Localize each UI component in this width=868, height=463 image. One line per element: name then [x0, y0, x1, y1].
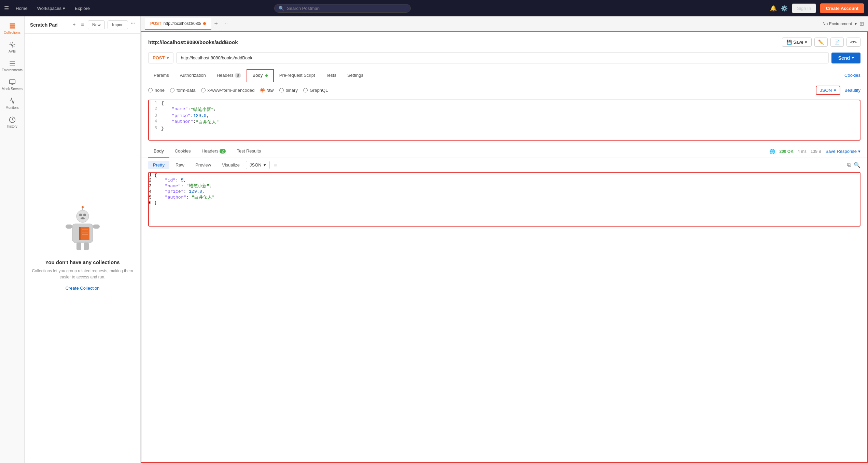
tab-body[interactable]: Body [247, 69, 274, 82]
tab-more-button[interactable]: ··· [221, 21, 230, 27]
sidebar-item-monitors[interactable]: Monitors [0, 94, 24, 113]
response-format-selector[interactable]: JSON ▾ [246, 161, 270, 169]
beautify-button[interactable]: Beautify [844, 88, 860, 93]
add-collection-icon[interactable]: + [71, 20, 77, 29]
search-icon: 🔍 [279, 6, 284, 11]
notification-icon[interactable]: 🔔 [770, 5, 777, 12]
resp-tab-preview[interactable]: Preview [191, 161, 216, 169]
code-icon-button[interactable]: </> [846, 38, 860, 47]
monitors-icon [9, 98, 16, 104]
save-response-button[interactable]: Save Response ▾ [825, 149, 860, 154]
request-title-bar: http://localhost:8080/books/addBook 💾 Sa… [148, 38, 860, 47]
tab-headers[interactable]: Headers 8 [211, 69, 247, 82]
response-tabs-bar: Body Cookies Headers 2 Test Results 🌐 20… [141, 145, 867, 158]
copy-icon[interactable]: ⧉ [847, 162, 851, 168]
tab-settings[interactable]: Settings [342, 69, 369, 82]
explore-nav[interactable]: Explore [72, 4, 93, 12]
response-tab-body[interactable]: Body [148, 145, 169, 158]
option-raw[interactable]: raw [260, 88, 274, 93]
mock-servers-icon [9, 79, 16, 86]
home-nav[interactable]: Home [13, 4, 30, 12]
search-response-icon[interactable]: 🔍 [854, 162, 860, 168]
add-tab-button[interactable]: + [211, 20, 221, 27]
apis-icon [9, 41, 16, 48]
import-button[interactable]: Import [108, 20, 128, 29]
tab-modified-dot [203, 22, 206, 25]
sidebar-item-mock-servers[interactable]: Mock Servers [0, 75, 24, 94]
body-active-dot [265, 74, 268, 77]
option-binary[interactable]: binary [279, 88, 298, 93]
sidebar-item-environments[interactable]: Environments [0, 57, 24, 75]
sidebar-item-apis[interactable]: APIs [0, 38, 24, 57]
workspaces-nav[interactable]: Workspaces ▾ [34, 4, 68, 12]
response-body-tabs: Pretty Raw Preview Visualize JSON ▾ ≡ ⧉ … [141, 158, 867, 172]
docs-icon-button[interactable]: 📄 [830, 38, 844, 47]
create-account-button[interactable]: Create Account [820, 3, 864, 13]
active-request-tab[interactable]: POST http://localhost:8080/ [145, 18, 211, 30]
response-size: 139 B [811, 149, 821, 154]
resp-tab-pretty[interactable]: Pretty [148, 161, 169, 169]
request-response-container: http://localhost:8080/books/addBook 💾 Sa… [141, 31, 868, 463]
sidebar-item-history[interactable]: History [0, 113, 24, 132]
resp-line-2: 2 "id": 5, [149, 178, 860, 183]
sidebar-item-collections[interactable]: Collections [0, 19, 24, 38]
request-body-editor[interactable]: 1 { 2 "name": "蜡笔小新", 3 "price": 129.0, … [148, 100, 860, 141]
environment-selector[interactable]: No Environment ▾ ⊞ [823, 20, 864, 27]
tab-prerequest[interactable]: Pre-request Script [274, 69, 321, 82]
edit-icon-button[interactable]: ✏️ [814, 38, 828, 47]
tab-tests[interactable]: Tests [321, 69, 342, 82]
scratch-pad-header: Scratch Pad + ≡ New Import ··· [25, 16, 140, 34]
svg-point-8 [83, 214, 86, 216]
svg-rect-18 [76, 243, 81, 250]
title-actions: 💾 Save ▾ ✏️ 📄 </> [782, 38, 860, 47]
more-options-icon[interactable]: ··· [131, 20, 135, 29]
resp-tab-visualize[interactable]: Visualize [217, 161, 244, 169]
json-format-selector[interactable]: JSON ▾ [816, 86, 840, 95]
nav-actions: 🔔 ⚙️ Sign In Create Account [770, 3, 864, 13]
option-urlencoded[interactable]: x-www-form-urlencoded [201, 88, 255, 93]
cookies-link[interactable]: Cookies [844, 69, 860, 82]
wrap-icon[interactable]: ≡ [274, 162, 277, 168]
format-options: JSON ▾ Beautify [816, 86, 860, 95]
empty-illustration [62, 206, 103, 254]
svg-point-9 [81, 217, 85, 219]
send-button[interactable]: Send ▾ [831, 53, 860, 63]
resp-line-6: 6 } [149, 200, 860, 205]
tab-params[interactable]: Params [148, 69, 174, 82]
svg-rect-0 [10, 24, 15, 25]
main-content: POST http://localhost:8080/ + ··· No Env… [141, 16, 868, 463]
url-input[interactable] [176, 52, 828, 63]
search-input[interactable] [287, 6, 406, 11]
response-status: 🌐 200 OK 4 ms 139 B Save Response ▾ [769, 149, 860, 154]
option-none[interactable]: none [148, 88, 165, 93]
save-icon: 💾 [786, 40, 792, 45]
filter-icon[interactable]: ≡ [80, 20, 85, 29]
resp-tab-raw[interactable]: Raw [171, 161, 189, 169]
sign-in-button[interactable]: Sign In [792, 3, 816, 13]
resp-line-4: 4 "price": 129.0, [149, 189, 860, 194]
save-button[interactable]: 💾 Save ▾ [782, 38, 812, 47]
search-bar[interactable]: 🔍 [274, 4, 411, 13]
empty-title: You don't have any collections [45, 259, 120, 265]
svg-point-7 [79, 214, 82, 216]
code-line-4: 4 "author": "白井仗人" [149, 119, 860, 126]
option-form-data[interactable]: form-data [170, 88, 196, 93]
create-collection-link[interactable]: Create Collection [66, 286, 100, 291]
response-tab-headers[interactable]: Headers 2 [196, 145, 232, 158]
svg-rect-14 [79, 227, 81, 240]
tab-authorization[interactable]: Authorization [174, 69, 211, 82]
code-line-3: 3 "price": 129.0, [149, 113, 860, 119]
option-graphql[interactable]: GraphQL [303, 88, 328, 93]
svg-rect-1 [10, 25, 15, 26]
body-options: none form-data x-www-form-urlencoded raw… [141, 82, 867, 98]
method-selector[interactable]: POST ▾ [148, 52, 173, 63]
svg-point-6 [76, 210, 89, 222]
response-tab-cookies[interactable]: Cookies [169, 145, 196, 158]
new-button[interactable]: New [88, 20, 105, 29]
menu-icon[interactable]: ☰ [4, 5, 9, 12]
response-tab-test-results[interactable]: Test Results [231, 145, 266, 158]
response-icons: ⧉ 🔍 [847, 162, 860, 168]
settings-icon[interactable]: ⚙️ [781, 5, 788, 12]
empty-description: Collections let you group related reques… [31, 268, 134, 280]
code-line-2: 2 "name": "蜡笔小新", [149, 106, 860, 113]
